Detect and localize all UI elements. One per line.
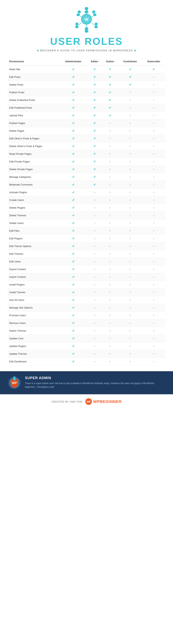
cross-icon: ✕ <box>109 360 111 363</box>
check-icon: ✔ <box>94 152 96 156</box>
table-row: Delete Published Posts✔✔✔✕✕ <box>8 96 165 104</box>
perm-subscriber: ✕ <box>142 135 165 142</box>
cross-icon: ✕ <box>94 252 96 256</box>
check-icon: ✔ <box>72 314 74 317</box>
cross-icon: ✕ <box>152 76 155 79</box>
cross-icon: ✕ <box>152 168 155 171</box>
perm-editor: ✔ <box>87 142 102 150</box>
cross-icon: ✕ <box>129 130 131 132</box>
table-row: Promote Users✔✕✕✕✕ <box>8 312 165 319</box>
perm-editor: ✕ <box>87 204 102 212</box>
perm-editor: ✕ <box>87 188 102 196</box>
perm-contributor: ✕ <box>118 158 142 166</box>
permission-name: Edit Users <box>8 258 60 266</box>
perm-subscriber: ✕ <box>142 281 165 288</box>
check-icon: ✔ <box>72 268 74 271</box>
perm-author: ✕ <box>102 350 118 358</box>
permission-name: Remove Users <box>8 319 60 327</box>
perm-subscriber: ✕ <box>142 188 165 196</box>
perm-contributor: ✕ <box>118 335 142 342</box>
perm-editor: ✕ <box>87 242 102 250</box>
perm-contributor: ✕ <box>118 204 142 212</box>
perm-admin: ✔ <box>60 250 87 258</box>
perm-contributor: ✕ <box>118 166 142 173</box>
check-icon: ✔ <box>94 168 96 171</box>
check-icon: ✔ <box>72 75 74 79</box>
permission-name: Delete Published Posts <box>8 96 60 104</box>
cross-icon: ✕ <box>94 360 96 363</box>
perm-editor: ✕ <box>87 227 102 235</box>
cross-icon: ✕ <box>129 283 131 286</box>
perm-subscriber: ✕ <box>142 235 165 242</box>
perm-editor: ✕ <box>87 304 102 312</box>
cross-icon: ✕ <box>94 352 96 356</box>
perm-admin: ✔ <box>60 135 87 142</box>
svg-point-25 <box>13 378 16 380</box>
cross-icon: ✕ <box>152 122 155 125</box>
perm-admin: ✔ <box>60 327 87 335</box>
perm-contributor: ✕ <box>118 350 142 358</box>
perm-contributor: ✕ <box>118 235 142 242</box>
perm-contributor: ✕ <box>118 342 142 350</box>
check-icon: ✔ <box>109 114 111 117</box>
cross-icon: ✕ <box>109 152 111 156</box>
perm-subscriber: ✕ <box>142 258 165 266</box>
perm-contributor: ✕ <box>118 135 142 142</box>
perm-contributor: ✕ <box>118 173 142 181</box>
table-row: Edit Themes✔✕✕✕✕ <box>8 250 165 258</box>
cross-icon: ✕ <box>94 222 96 225</box>
table-row: Read Private Pages✔✔✕✕✕ <box>8 150 165 158</box>
table-row: Delete Private Pages✔✔✕✕✕ <box>8 166 165 173</box>
cross-icon: ✕ <box>109 206 111 209</box>
perm-author: ✕ <box>102 342 118 350</box>
perm-admin: ✔ <box>60 304 87 312</box>
perm-admin: ✔ <box>60 358 87 366</box>
perm-subscriber: ✔ <box>142 65 165 73</box>
perm-editor: ✕ <box>87 319 102 327</box>
perm-editor: ✕ <box>87 281 102 288</box>
perm-admin: ✔ <box>60 342 87 350</box>
cross-icon: ✕ <box>94 298 96 302</box>
check-icon: ✔ <box>72 98 74 102</box>
permission-name: Edit Published Posts <box>8 104 60 112</box>
perm-admin: ✔ <box>60 235 87 242</box>
permissions-table: Permissions Administrator Editor Author … <box>8 58 165 366</box>
perm-editor: ✔ <box>87 120 102 127</box>
check-icon: ✔ <box>72 191 74 194</box>
perm-editor: ✔ <box>87 173 102 181</box>
cross-icon: ✕ <box>152 137 155 140</box>
cross-icon: ✕ <box>152 106 155 110</box>
perm-subscriber: ✕ <box>142 166 165 173</box>
check-icon: ✔ <box>72 168 74 171</box>
cross-icon: ✕ <box>94 345 96 348</box>
cross-icon: ✕ <box>94 283 96 286</box>
table-row: Activate Plugins✔✕✕✕✕ <box>8 188 165 196</box>
perm-subscriber: ✕ <box>142 127 165 135</box>
perm-editor: ✔ <box>87 127 102 135</box>
perm-editor: ✕ <box>87 219 102 227</box>
check-icon: ✔ <box>109 68 111 71</box>
svg-point-9 <box>75 22 78 26</box>
perm-editor: ✔ <box>87 181 102 188</box>
check-icon: ✔ <box>72 252 74 256</box>
cross-icon: ✕ <box>94 206 96 209</box>
check-icon: ✔ <box>72 360 74 363</box>
permission-name: Update Plugins <box>8 342 60 350</box>
perm-subscriber: ✕ <box>142 142 165 150</box>
perm-author: ✕ <box>102 227 118 235</box>
perm-author: ✕ <box>102 204 118 212</box>
perm-author: ✕ <box>102 335 118 342</box>
cross-icon: ✕ <box>152 152 155 156</box>
cross-icon: ✕ <box>152 329 155 332</box>
perm-author: ✕ <box>102 120 118 127</box>
check-icon: ✔ <box>94 175 96 178</box>
perm-subscriber: ✕ <box>142 219 165 227</box>
check-icon: ✔ <box>129 83 132 86</box>
subtitle-dot-left <box>37 50 39 51</box>
table-row: Read Site✔✔✔✔✔ <box>8 65 165 73</box>
perm-subscriber: ✕ <box>142 181 165 188</box>
cross-icon: ✕ <box>152 322 155 325</box>
perm-contributor: ✕ <box>118 219 142 227</box>
cross-icon: ✕ <box>129 329 131 332</box>
perm-subscriber: ✕ <box>142 204 165 212</box>
